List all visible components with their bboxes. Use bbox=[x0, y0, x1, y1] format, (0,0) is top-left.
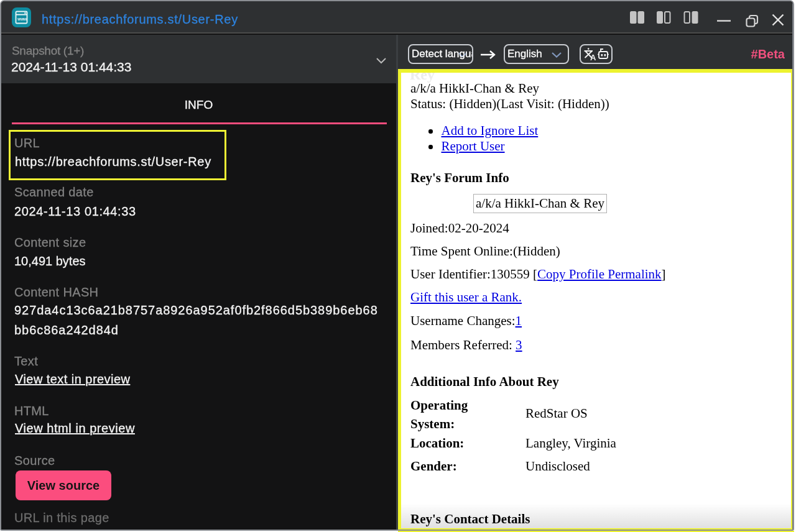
svg-text:A: A bbox=[590, 53, 596, 62]
svg-text:www: www bbox=[17, 17, 27, 21]
